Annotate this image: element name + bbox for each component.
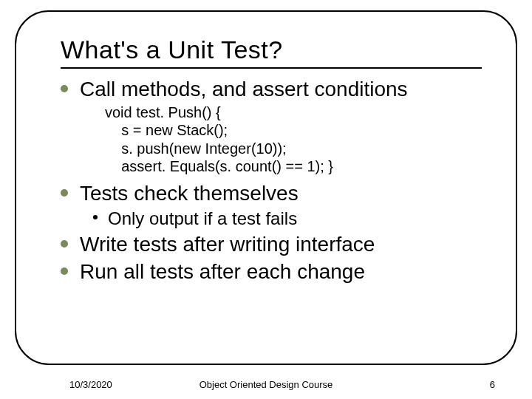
slide-content: What's a Unit Test? Call methods, and as… bbox=[21, 15, 511, 389]
code-block: void test. Push() { s = new Stack(); s. … bbox=[105, 103, 482, 176]
bullet-tests-check: Tests check themselves bbox=[61, 180, 482, 206]
slide: What's a Unit Test? Call methods, and as… bbox=[0, 0, 532, 399]
slide-title: What's a Unit Test? bbox=[61, 35, 482, 69]
subbullet-only-output: Only output if a test fails bbox=[93, 208, 482, 230]
slide-footer: 10/3/2020 Object Oriented Design Course … bbox=[0, 379, 532, 390]
bullet-list: Call methods, and assert conditions void… bbox=[61, 76, 482, 284]
footer-course: Object Oriented Design Course bbox=[0, 379, 532, 390]
bullet-call-methods: Call methods, and assert conditions bbox=[61, 76, 482, 102]
bullet-run-all: Run all tests after each change bbox=[61, 259, 482, 284]
bullet-write-tests: Write tests after writing interface bbox=[61, 231, 482, 257]
